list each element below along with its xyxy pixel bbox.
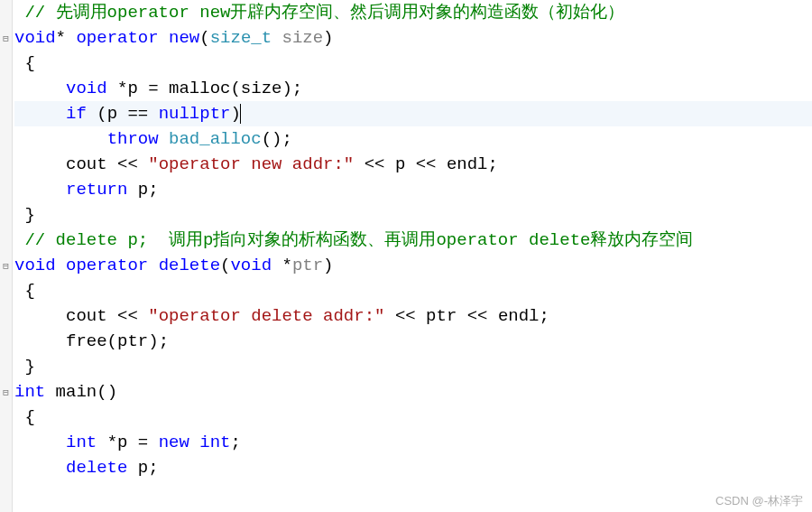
watermark: CSDN @-林泽宇 — [715, 493, 803, 509]
code-token — [159, 129, 169, 149]
code-token: (); — [262, 129, 292, 149]
code-token — [14, 433, 66, 452]
gutter-blank — [0, 76, 12, 101]
code-line[interactable] — [14, 480, 812, 506]
code-line[interactable]: int *p = new int; — [14, 430, 812, 455]
gutter-blank — [0, 0, 12, 25]
code-token — [14, 3, 24, 23]
code-token — [14, 458, 66, 478]
code-token: // 先调用operator new开辟内存空间、然后调用对象的构造函数（初始化… — [24, 3, 624, 23]
code-token: return — [66, 508, 127, 512]
code-token: throw — [107, 129, 159, 149]
code-token: free(ptr); — [14, 331, 169, 351]
code-token: new — [169, 28, 199, 48]
code-line[interactable]: cout << "operator new addr:" << p << end… — [14, 152, 812, 177]
code-line[interactable]: void operator delete(void *ptr) — [14, 253, 812, 278]
code-token: p; — [127, 180, 158, 200]
code-token: } — [14, 205, 35, 225]
code-token: ( — [220, 256, 230, 275]
code-line[interactable]: } — [14, 354, 812, 379]
code-token: main() — [45, 382, 117, 402]
code-token — [14, 230, 24, 250]
code-token: * — [272, 256, 292, 275]
gutter-blank — [0, 126, 12, 152]
gutter-blank — [0, 177, 12, 202]
code-token: "operator new addr:" — [148, 154, 354, 174]
code-token: p; — [127, 458, 158, 478]
fold-toggle-icon[interactable]: ⊟ — [0, 253, 12, 278]
gutter-blank — [0, 152, 12, 177]
code-token: if — [66, 104, 87, 124]
code-token: ) — [323, 28, 333, 48]
code-token — [14, 79, 66, 98]
code-token — [272, 28, 281, 48]
code-line[interactable]: delete p; — [14, 455, 812, 480]
code-token — [189, 433, 199, 452]
code-line[interactable]: } — [14, 202, 812, 228]
code-token: void — [230, 256, 272, 275]
code-token: void — [14, 28, 56, 48]
code-token: { — [14, 53, 35, 73]
fold-toggle-icon[interactable]: ⊟ — [0, 379, 12, 405]
code-line[interactable]: void* operator new(size_t size) — [14, 25, 812, 51]
gutter-blank — [0, 101, 12, 126]
code-token: (p == — [87, 104, 159, 124]
code-token: << ptr << endl; — [384, 306, 549, 326]
gutter-blank — [0, 278, 12, 303]
code-line[interactable]: int main() — [14, 379, 812, 405]
code-line[interactable]: free(ptr); — [14, 329, 812, 354]
code-line[interactable]: throw bad_alloc(); — [14, 126, 812, 152]
code-line[interactable]: void *p = malloc(size); — [14, 76, 812, 101]
code-token: bad_alloc — [169, 129, 262, 149]
gutter-blank — [0, 51, 12, 76]
code-area[interactable]: // 先调用operator new开辟内存空间、然后调用对象的构造函数（初始化… — [13, 0, 812, 512]
code-token: operator — [66, 256, 148, 275]
code-line[interactable]: cout << "operator delete addr:" << ptr <… — [14, 303, 812, 329]
code-token: size — [282, 28, 324, 48]
fold-toggle-icon[interactable]: ⊟ — [0, 25, 12, 51]
code-token: int — [66, 433, 97, 452]
code-line[interactable]: // delete p; 调用p指向对象的析构函数、再调用operator de… — [14, 228, 812, 253]
gutter-blank — [0, 202, 12, 228]
code-token: ; — [231, 433, 241, 452]
code-token: *p = — [97, 433, 158, 452]
code-line[interactable]: return 0; — [14, 506, 812, 512]
code-token: void — [14, 256, 56, 275]
code-token: { — [14, 281, 35, 301]
gutter-blank — [0, 430, 12, 455]
code-line[interactable]: // 先调用operator new开辟内存空间、然后调用对象的构造函数（初始化… — [14, 0, 812, 25]
gutter-blank — [0, 228, 12, 253]
gutter-blank — [0, 303, 12, 329]
code-line[interactable]: { — [14, 405, 812, 430]
code-line[interactable]: { — [14, 51, 812, 76]
code-token: int — [199, 433, 230, 452]
code-token: { — [14, 407, 35, 427]
text-cursor — [240, 104, 241, 124]
code-token: nullptr — [159, 104, 231, 124]
fold-gutter[interactable]: ⊟⊟⊟ — [0, 0, 13, 512]
gutter-blank — [0, 506, 12, 512]
code-line[interactable]: if (p == nullptr) — [14, 101, 812, 126]
code-token: *p = malloc(size); — [107, 79, 303, 98]
code-token: } — [14, 357, 35, 377]
code-line[interactable]: { — [14, 278, 812, 303]
code-token — [159, 28, 169, 48]
code-token: * — [56, 28, 77, 48]
code-token — [14, 508, 66, 512]
gutter-blank — [0, 455, 12, 480]
code-token: void — [66, 79, 107, 98]
code-token: new — [159, 433, 189, 452]
code-token: "operator delete addr:" — [148, 306, 384, 326]
code-token: ( — [199, 28, 209, 48]
code-token: cout << — [14, 154, 148, 174]
code-token: // delete p; 调用p指向对象的析构函数、再调用operator de… — [24, 230, 693, 250]
code-line[interactable]: return p; — [14, 177, 812, 202]
code-token — [14, 104, 66, 124]
gutter-blank — [0, 329, 12, 354]
code-editor[interactable]: ⊟⊟⊟ // 先调用operator new开辟内存空间、然后调用对象的构造函数… — [0, 0, 812, 512]
code-token: operator — [76, 28, 158, 48]
code-token: return — [66, 180, 127, 200]
code-token: size_t — [210, 28, 272, 48]
code-token — [14, 129, 107, 149]
gutter-blank — [0, 354, 12, 379]
